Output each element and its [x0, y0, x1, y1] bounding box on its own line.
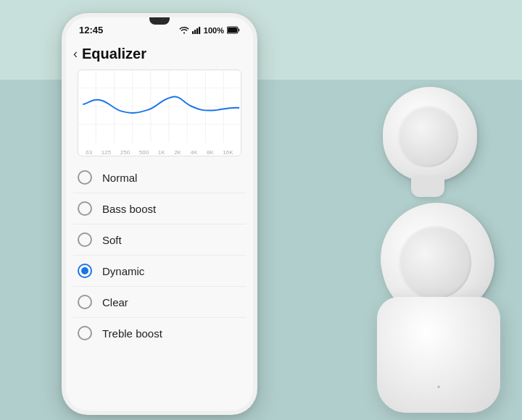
page-title: Equalizer: [82, 46, 146, 62]
eq-label-4k: 4K: [191, 149, 198, 156]
eq-label-8k: 8K: [207, 149, 214, 156]
eq-label-250: 250: [120, 149, 130, 156]
option-treble-boost[interactable]: Treble boost: [73, 318, 246, 348]
svg-rect-5: [228, 28, 237, 33]
eq-label-2k: 2K: [174, 149, 181, 156]
eq-label-125: 125: [102, 149, 111, 156]
case-body: [377, 297, 500, 413]
back-button[interactable]: ‹: [73, 46, 78, 62]
radio-dynamic-fill: [81, 267, 88, 274]
eq-label-500: 500: [139, 149, 149, 156]
battery-icon: [227, 26, 240, 34]
option-clear[interactable]: Clear: [73, 287, 246, 318]
option-soft[interactable]: Soft: [73, 224, 246, 256]
option-normal[interactable]: Normal: [73, 162, 246, 193]
option-dynamic-label: Dynamic: [102, 265, 144, 277]
option-treble-boost-label: Treble boost: [102, 327, 162, 340]
phone-notch: [149, 17, 170, 25]
status-time: 12:45: [79, 25, 103, 35]
earbud-right-body: [383, 87, 477, 181]
svg-rect-1: [194, 30, 196, 34]
phone-frame: 12:45 100%: [62, 13, 257, 415]
earbud-left-center: [390, 218, 479, 307]
eq-label-16k: 16K: [223, 149, 233, 156]
radio-clear: [78, 295, 92, 309]
battery-text: 100%: [204, 26, 224, 35]
signal-icon: [192, 26, 201, 34]
eq-label-1k: 1K: [158, 149, 165, 156]
option-bass-boost-label: Bass boost: [102, 203, 156, 215]
eq-labels: 63 125 250 500 1K 2K 4K 8K 16K: [78, 149, 241, 156]
radio-dynamic: [78, 264, 92, 278]
radio-normal: [78, 170, 92, 185]
status-icons: 100%: [179, 26, 240, 35]
option-bass-boost[interactable]: Bass boost: [73, 193, 246, 224]
option-clear-label: Clear: [102, 296, 128, 308]
svg-rect-0: [192, 31, 194, 34]
eq-graph: 63 125 250 500 1K 2K 4K 8K 16K: [78, 70, 241, 156]
radio-bass-boost: [78, 201, 92, 216]
wifi-icon: [179, 26, 189, 34]
earbud-right-center: [397, 106, 459, 167]
svg-rect-2: [196, 28, 198, 34]
equalizer-options-list: Normal Bass boost Soft Dynamic Clear: [66, 162, 253, 348]
earbuds-case: [377, 297, 500, 413]
app-header: ‹ Equalizer: [66, 38, 253, 67]
option-dynamic[interactable]: Dynamic: [73, 256, 246, 287]
eq-label-63: 63: [86, 149, 92, 156]
phone-screen: 12:45 100%: [66, 17, 253, 411]
eq-curve-svg: [78, 70, 241, 143]
earbud-right: [383, 87, 477, 181]
svg-rect-3: [199, 27, 200, 34]
option-soft-label: Soft: [102, 234, 122, 246]
option-normal-label: Normal: [102, 172, 137, 184]
radio-soft: [78, 232, 92, 247]
radio-treble-boost: [78, 326, 92, 340]
